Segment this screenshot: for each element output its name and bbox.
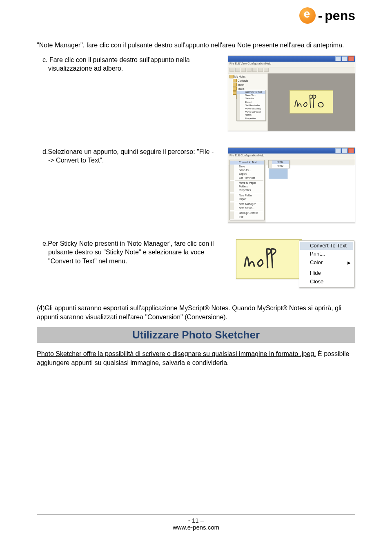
menu-item-print[interactable]: Print...	[300, 250, 353, 258]
page-footer: - 11 – www.e-pens.com	[37, 514, 355, 531]
menu-item-convert-to-text[interactable]: Convert To Text	[300, 242, 353, 250]
menu-item-close[interactable]: Close	[300, 278, 353, 286]
menu-item[interactable]: Save To...	[237, 94, 265, 97]
maximize-icon	[342, 148, 347, 153]
minimize-icon	[335, 148, 341, 153]
section-heading: Utilizzare Photo Sketcher	[37, 327, 355, 343]
list-item-c: c. Fare clic con il pulsante destro sull…	[37, 56, 216, 73]
maximize-icon	[342, 56, 347, 61]
menu-item[interactable]: Export	[237, 100, 265, 104]
paragraph-top: "Note Manager", fare clic con il pulsant…	[37, 41, 355, 50]
footer-url: www.e-pens.com	[37, 524, 355, 531]
menu-item-convert[interactable]: Convert to Text item1 item2	[230, 161, 264, 165]
minimize-icon	[335, 56, 341, 61]
note-preview-area	[265, 165, 355, 223]
logo-hyphen: -	[318, 9, 323, 22]
page-number: - 11 –	[37, 517, 355, 524]
file-menu: Convert to Text item1 item2 Save Save As…	[229, 160, 265, 220]
chevron-right-icon: ▶	[347, 260, 351, 265]
screenshot-file-menu: File Edit Configuration Help Convert to …	[228, 147, 355, 223]
sticky-context-menu: Convert To Text Print... Color▶ Hide Clo…	[299, 240, 354, 287]
close-icon	[348, 56, 354, 61]
window-titlebar	[228, 148, 355, 154]
screenshot-sticky-context: Convert To Text Print... Color▶ Hide Clo…	[236, 239, 354, 287]
menu-item[interactable]: Properties	[237, 117, 265, 120]
menu-item[interactable]: Save As...	[237, 97, 265, 100]
close-icon	[348, 148, 354, 153]
logo-text: pens	[325, 9, 355, 22]
menu-item[interactable]: Move to Paper Notes	[237, 111, 265, 117]
list-item-e: e.Per Sticky Note presenti in 'Note Mana…	[37, 239, 224, 266]
list-item-d: d.Selezionare un appunto, quindi seguire…	[37, 147, 216, 165]
sticky-note-hello	[290, 90, 333, 113]
menu-item[interactable]: Set Reminder	[237, 104, 265, 107]
menubar: File Edit Configuration Help	[228, 154, 355, 159]
paragraph-sketcher: Photo Sketcher offre la possibilità di s…	[37, 349, 355, 367]
menu-item-hide[interactable]: Hide	[300, 269, 353, 278]
screenshot-note-manager-tree: File Edit View Configuration Help My Not…	[228, 56, 355, 131]
paragraph-4: (4)Gli appunti saranno esportati sull'ap…	[37, 304, 355, 321]
context-menu: Convert To Text Save To... Save As... Ex…	[236, 90, 266, 121]
menubar: File Edit View Configuration Help	[228, 62, 355, 67]
menu-item-convert[interactable]: Convert To Text	[237, 91, 265, 94]
sketcher-line-1: Photo Sketcher offre la possibilità di s…	[37, 350, 316, 357]
submenu: item1 item2	[268, 160, 290, 169]
menu-item[interactable]: Move to Sticky	[237, 107, 265, 111]
toolbar	[228, 67, 355, 73]
menu-item-color[interactable]: Color▶	[300, 258, 353, 267]
brand-logo: - pens	[299, 7, 355, 24]
sticky-note-hello	[236, 239, 302, 279]
window-titlebar	[228, 56, 355, 62]
note-preview-area	[268, 73, 355, 131]
logo-e-icon	[299, 7, 316, 24]
menu-separator	[301, 268, 352, 268]
